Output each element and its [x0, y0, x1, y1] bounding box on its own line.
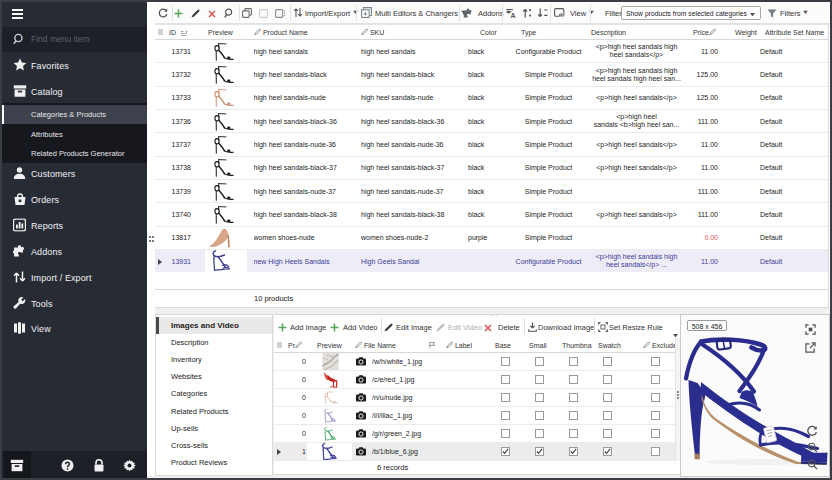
svg-text:A: A	[511, 11, 516, 17]
